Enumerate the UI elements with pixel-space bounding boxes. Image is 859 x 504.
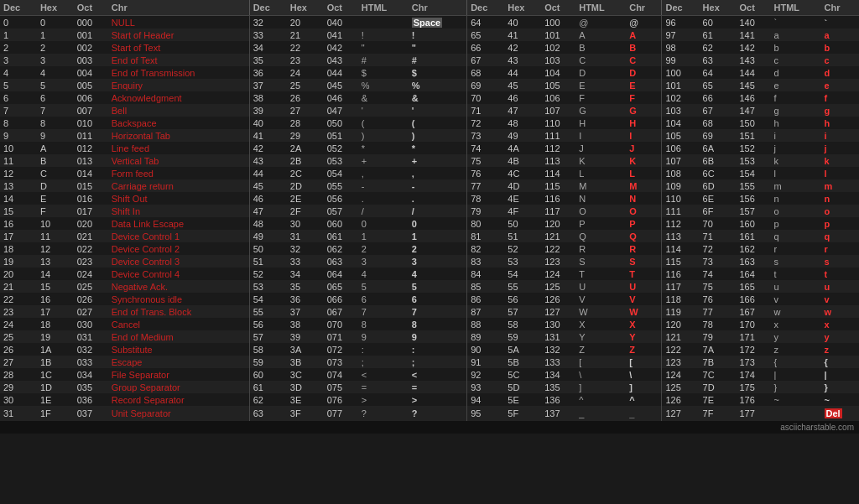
- html3: W: [575, 305, 626, 318]
- oct3: 100: [541, 16, 575, 29]
- dec1: 23: [0, 305, 37, 318]
- oct1: 032: [74, 343, 108, 356]
- table-row: 301E036Record Separator623E076>>945E136^…: [0, 393, 859, 406]
- table-row: 2519031End of Medium5739071998959131YY12…: [0, 330, 859, 343]
- hex4: 7C: [700, 368, 737, 381]
- chr-name1: Start of Header: [108, 29, 249, 41]
- html2: $: [358, 66, 409, 79]
- dec3: 81: [467, 230, 505, 242]
- dec3: 74: [467, 142, 505, 154]
- dec2: 39: [249, 104, 287, 117]
- chr-name1: Bell: [108, 104, 249, 117]
- oct3: 133: [541, 356, 575, 368]
- dec2: 43: [249, 154, 287, 167]
- table-row: 2014024Device Control 45234064448454124T…: [0, 268, 859, 280]
- chr3: Z: [626, 343, 662, 356]
- hex2: 20: [287, 16, 324, 29]
- html3: ]: [575, 381, 626, 393]
- dec1: 25: [0, 330, 37, 343]
- html4: o: [771, 205, 821, 217]
- hex4: 7D: [700, 381, 737, 393]
- dec4: 124: [662, 368, 700, 381]
- h1-hex: Hex: [37, 0, 74, 16]
- chr2: =: [409, 381, 467, 393]
- dec4: 116: [662, 268, 700, 280]
- table-row: 77007Bell3927047''7147107GG10367147gg: [0, 104, 859, 117]
- dec1: 3: [0, 54, 37, 66]
- oct4: 144: [736, 66, 770, 79]
- dec3: 75: [467, 154, 505, 167]
- dec1: 14: [0, 192, 37, 205]
- dec3: 91: [467, 356, 505, 368]
- oct1: 001: [74, 29, 108, 41]
- oct3: 130: [541, 318, 575, 330]
- oct3: 101: [541, 29, 575, 41]
- hex4: 69: [700, 129, 737, 142]
- hex4: 76: [700, 293, 737, 305]
- chr2: +: [409, 154, 467, 167]
- chr3: \: [626, 368, 662, 381]
- dec2: 62: [249, 393, 287, 406]
- table-row: 281C034File Separator603C074<<925C134\\1…: [0, 368, 859, 381]
- oct4: 163: [736, 255, 770, 268]
- chr4: w: [821, 305, 860, 318]
- hex1: 19: [37, 330, 74, 343]
- html4: |: [771, 368, 821, 381]
- html2: 3: [358, 255, 409, 268]
- hex1: C: [37, 167, 74, 179]
- html4: ~: [771, 393, 821, 406]
- hex3: 48: [504, 117, 541, 129]
- dec4: 108: [662, 167, 700, 179]
- html3: S: [575, 255, 626, 268]
- dec4: 117: [662, 280, 700, 293]
- dec3: 79: [467, 205, 505, 217]
- hex2: 3E: [287, 393, 324, 406]
- dec4: 127: [662, 406, 700, 421]
- oct3: 121: [541, 230, 575, 242]
- h1-oct: Oct: [74, 0, 108, 16]
- dec3: 68: [467, 66, 505, 79]
- chr4: x: [821, 318, 860, 330]
- dec4: 110: [662, 192, 700, 205]
- oct2: 064: [324, 268, 358, 280]
- oct2: 071: [324, 330, 358, 343]
- chr-name1: Device Control 2: [108, 242, 249, 255]
- hex4: 60: [700, 16, 737, 29]
- hex3: 40: [504, 16, 541, 29]
- oct2: 065: [324, 280, 358, 293]
- oct1: 020: [74, 217, 108, 230]
- chr3: F: [626, 91, 662, 104]
- dec3: 72: [467, 117, 505, 129]
- hex4: 6F: [700, 205, 737, 217]
- oct2: 050: [324, 117, 358, 129]
- chr-name1: Device Control 1: [108, 230, 249, 242]
- table-row: 15F017Shift In472F057//794F117OO1116F157…: [0, 205, 859, 217]
- dec1: 12: [0, 167, 37, 179]
- chr2: ': [409, 104, 467, 117]
- oct3: 106: [541, 91, 575, 104]
- dec2: 40: [249, 117, 287, 129]
- h2-hex: Hex: [287, 0, 324, 16]
- hex1: 2: [37, 41, 74, 54]
- dec1: 9: [0, 129, 37, 142]
- oct2: 075: [324, 381, 358, 393]
- hex1: 12: [37, 242, 74, 255]
- hex3: 5A: [504, 343, 541, 356]
- chr3: M: [626, 179, 662, 192]
- chr3: H: [626, 117, 662, 129]
- chr4: `: [821, 16, 860, 29]
- hex3: 53: [504, 255, 541, 268]
- chr3: E: [626, 79, 662, 91]
- hex1: 18: [37, 318, 74, 330]
- dec3: 65: [467, 29, 505, 41]
- hex3: 5D: [504, 381, 541, 393]
- chr4: c: [821, 54, 860, 66]
- chr4: k: [821, 154, 860, 167]
- table-row: 1610020Data Link Escape4830060008050120P…: [0, 217, 859, 230]
- dec4: 101: [662, 79, 700, 91]
- table-row: 2418030Cancel5638070888858130XX12078170x…: [0, 318, 859, 330]
- oct3: 137: [541, 406, 575, 421]
- chr-name1: File Separator: [108, 368, 249, 381]
- html4: `: [771, 16, 821, 29]
- html4: d: [771, 66, 821, 79]
